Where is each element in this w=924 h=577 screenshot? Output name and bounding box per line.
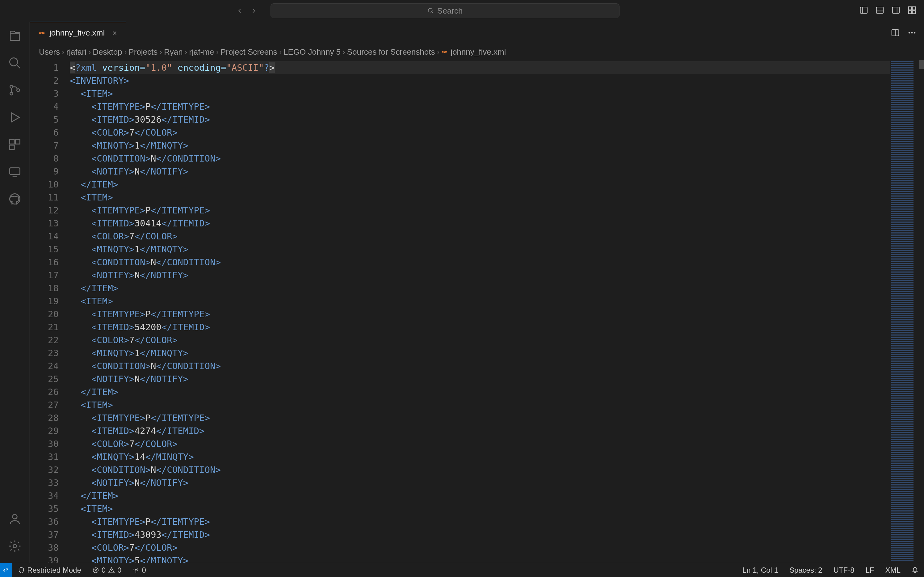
svg-rect-9	[909, 11, 912, 14]
breadcrumb-item[interactable]: Project Screens	[221, 47, 277, 57]
breadcrumb-item[interactable]: johnny_five.xml	[451, 47, 506, 57]
svg-point-11	[10, 58, 18, 66]
xml-file-icon	[441, 49, 448, 55]
breadcrumb-item[interactable]: Projects	[129, 47, 158, 57]
editor-tabs: johnny_five.xml	[30, 22, 924, 44]
svg-point-26	[911, 32, 913, 33]
svg-rect-3	[876, 7, 884, 13]
toggle-primary-sidebar-button[interactable]	[859, 6, 870, 16]
svg-point-27	[914, 32, 915, 33]
remote-button[interactable]	[0, 563, 12, 577]
split-editor-button[interactable]	[891, 28, 900, 37]
svg-point-20	[12, 514, 17, 519]
eol-button[interactable]: LF	[860, 566, 880, 575]
line-number-gutter: 1234567891011121314151617181920212223242…	[30, 60, 70, 563]
restricted-mode-button[interactable]: Restricted Mode	[12, 566, 87, 575]
svg-rect-15	[10, 140, 14, 144]
language-mode-button[interactable]: XML	[880, 566, 906, 575]
breadcrumb-item[interactable]: Ryan	[164, 47, 183, 57]
search-tab[interactable]	[7, 55, 23, 71]
nav-forward-button[interactable]	[248, 5, 259, 16]
error-count: 0	[101, 566, 106, 575]
command-center-search[interactable]: Search	[270, 3, 620, 18]
shield-icon	[18, 567, 25, 574]
title-bar: Search	[0, 0, 924, 22]
editor[interactable]: 1234567891011121314151617181920212223242…	[30, 60, 924, 563]
breadcrumbs[interactable]: Users › rjafari › Desktop › Projects › R…	[30, 44, 924, 60]
svg-point-12	[10, 85, 13, 88]
port-count: 0	[142, 566, 146, 575]
restricted-mode-label: Restricted Mode	[27, 566, 81, 575]
svg-point-30	[135, 569, 137, 570]
remote-explorer-tab[interactable]	[7, 164, 23, 180]
indentation-button[interactable]: Spaces: 2	[784, 566, 828, 575]
svg-rect-7	[909, 7, 912, 10]
code-content[interactable]: <?xml version="1.0" encoding="ASCII"?><I…	[70, 60, 890, 563]
xml-file-icon	[38, 30, 45, 37]
minimap[interactable]	[890, 60, 915, 563]
close-icon[interactable]	[111, 30, 118, 36]
svg-rect-10	[912, 11, 915, 14]
nav-back-button[interactable]	[234, 5, 245, 16]
svg-point-22	[39, 32, 41, 34]
error-icon	[92, 567, 99, 574]
breadcrumb-item[interactable]: Desktop	[93, 47, 122, 57]
warning-icon	[108, 567, 115, 574]
problems-button[interactable]: 0 0	[87, 566, 127, 575]
radio-tower-icon	[132, 567, 139, 574]
warning-count: 0	[118, 566, 121, 575]
svg-rect-17	[10, 145, 14, 150]
svg-rect-18	[10, 168, 20, 174]
svg-rect-1	[860, 7, 868, 13]
accounts-button[interactable]	[7, 511, 23, 527]
encoding-button[interactable]: UTF-8	[828, 566, 860, 575]
search-icon	[427, 7, 434, 14]
breadcrumb-item[interactable]: Sources for Screenshots	[347, 47, 435, 57]
ports-button[interactable]: 0	[127, 566, 151, 575]
svg-rect-5	[892, 7, 900, 13]
notifications-button[interactable]	[906, 566, 924, 575]
toggle-secondary-sidebar-button[interactable]	[891, 6, 902, 16]
svg-point-28	[442, 51, 444, 53]
svg-rect-8	[912, 7, 915, 10]
tab-label: johnny_five.xml	[50, 28, 105, 38]
vertical-scrollbar[interactable]	[915, 60, 924, 563]
customize-layout-button[interactable]	[907, 6, 918, 16]
svg-rect-16	[15, 140, 20, 144]
bell-icon	[912, 567, 918, 574]
breadcrumb-item[interactable]: LEGO Johnny 5	[283, 47, 341, 57]
svg-point-0	[428, 8, 432, 12]
source-control-tab[interactable]	[7, 82, 23, 98]
explorer-tab[interactable]	[7, 28, 23, 44]
activity-bar	[0, 22, 30, 563]
cursor-position-button[interactable]: Ln 1, Col 1	[737, 566, 784, 575]
toggle-panel-button[interactable]	[875, 6, 886, 16]
extensions-tab[interactable]	[7, 137, 23, 153]
breadcrumb-item[interactable]: rjafari	[66, 47, 87, 57]
svg-point-13	[10, 92, 13, 95]
settings-button[interactable]	[7, 538, 23, 554]
svg-point-21	[13, 545, 16, 548]
status-bar: Restricted Mode 0 0 0 Ln 1, Col 1 Spaces…	[0, 563, 924, 577]
breadcrumb-item[interactable]: rjaf-me	[189, 47, 214, 57]
github-tab[interactable]	[7, 191, 23, 207]
run-debug-tab[interactable]	[7, 110, 23, 126]
more-actions-button[interactable]	[907, 28, 917, 37]
svg-point-14	[17, 89, 19, 92]
tab-johnny-five-xml[interactable]: johnny_five.xml	[30, 22, 126, 44]
breadcrumb-item[interactable]: Users	[39, 47, 60, 57]
search-placeholder: Search	[437, 6, 463, 16]
svg-point-25	[909, 32, 910, 33]
